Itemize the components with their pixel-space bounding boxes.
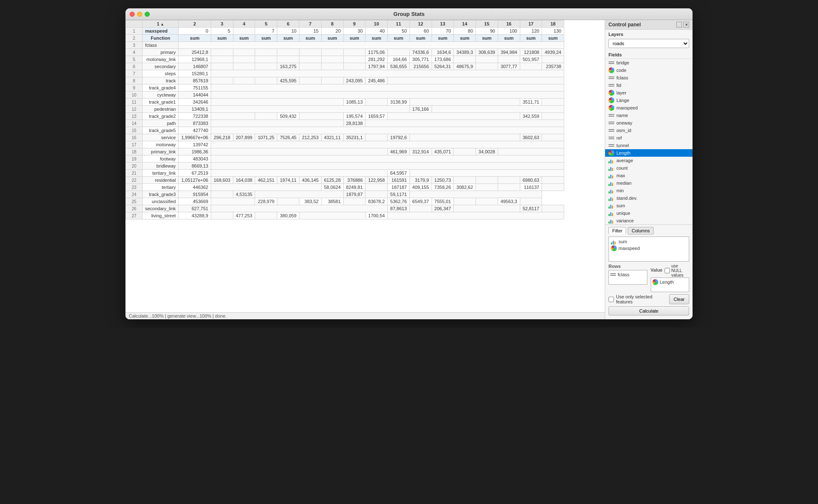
table-row: 19 footway 483043 [126,155,564,163]
rows-item-fclass[interactable]: fclass [610,272,646,277]
cell-empty [454,148,476,155]
cell-value: 1974,11 [277,177,299,184]
cp-header-icons: ⬜ ✕ [676,22,689,28]
field-label: oneway [616,120,632,125]
col-header-13[interactable]: 13 [432,20,454,28]
cell-value: 100 [498,28,520,35]
field-item-sum[interactable]: sum [605,202,693,209]
cell-value: 394,984 [498,49,520,56]
col-header-10[interactable]: 10 [366,20,388,28]
cell-value: 627,751 [179,205,211,212]
col-header-3[interactable]: 3 [211,20,233,28]
use-null-checkbox[interactable] [665,268,670,273]
col-header-2[interactable]: 2 [179,20,211,28]
field-item-max[interactable]: max [605,172,693,179]
row-num: 25 [126,198,143,205]
columns-list[interactable]: sum maxspeed [608,237,689,262]
field-item-code[interactable]: code [605,66,693,74]
filter-tab[interactable]: Filter [608,227,626,234]
col-header-11[interactable]: 11 [388,20,410,28]
field-item-standdev[interactable]: stand.dev. [605,194,693,202]
field-item-laenge[interactable]: Länge [605,97,693,104]
cell-value: 228,979 [255,198,277,205]
close-button[interactable] [130,12,135,17]
field-item-name[interactable]: name [605,112,693,119]
traffic-lights [130,12,150,17]
table-row: 21 tertiary_link 67,2519 64,5957 [126,170,564,177]
table-row: 16 service 1,99667e+06 296,218 207,899 1… [126,134,564,141]
field-item-variance[interactable]: variance [605,217,693,224]
field-item-fid[interactable]: fid [605,81,693,89]
cell-empty [409,191,542,198]
table-scroll[interactable]: 1 2 3 4 5 6 7 8 9 10 11 12 13 [125,20,605,312]
cell-fclass: fclass [143,42,179,49]
col-header-16[interactable]: 16 [498,20,520,28]
col-header-6[interactable]: 6 [277,20,299,28]
row-num: 5 [126,56,143,63]
col-header-1[interactable]: 1 [143,20,179,28]
fields-label: Fields [605,50,693,59]
field-item-length[interactable]: Length [605,149,693,157]
use-selected-checkbox[interactable] [608,297,614,302]
cell-value: 50 [388,28,410,35]
cell-value: 173,686 [432,56,454,63]
field-item-tunnel[interactable]: tunnel [605,142,693,149]
col-header-8[interactable]: 8 [321,20,343,28]
cell-empty [498,184,520,191]
field-item-min[interactable]: min [605,187,693,194]
table-area: 1 2 3 4 5 6 7 8 9 10 11 12 13 [125,20,605,319]
clear-button[interactable]: Clear [669,294,689,304]
col-header-17[interactable]: 17 [520,20,542,28]
layers-dropdown[interactable]: roads [608,39,689,48]
col-header-4[interactable]: 4 [233,20,255,28]
col-header-7[interactable]: 7 [299,20,321,28]
field-item-maxspeed[interactable]: maxspeed [605,104,693,112]
field-item-count[interactable]: count [605,164,693,172]
col-item-sum[interactable]: sum [610,238,688,245]
field-item-layer[interactable]: layer [605,89,693,97]
col-header-9[interactable]: 9 [343,20,366,28]
value-box[interactable]: Length [651,277,690,292]
cell-empty [388,212,564,219]
cell-empty [211,198,255,205]
col-header-12[interactable]: 12 [409,20,432,28]
cell-row-label: residential [143,177,179,184]
cell-value: 59,1171 [388,191,410,198]
field-item-average[interactable]: average [605,157,693,164]
field-item-unique[interactable]: unique [605,209,693,217]
field-item-fclass[interactable]: fclass [605,74,693,81]
cell-empty [388,77,564,84]
col-header-15[interactable]: 15 [476,20,498,28]
col-header-5[interactable]: 5 [255,20,277,28]
cp-close-icon[interactable]: ✕ [683,22,689,28]
cell-value: 195,574 [343,113,366,120]
cell-value: 187187 [388,184,410,191]
col-header-18[interactable]: 18 [542,20,564,28]
cp-restore-icon[interactable]: ⬜ [676,22,682,28]
maximize-button[interactable] [145,12,150,17]
cell-empty [476,63,498,70]
cell-value: 342,559 [520,113,542,120]
columns-tab[interactable]: Columns [628,227,653,234]
cell-function: sum [321,35,343,42]
field-item-osm-id[interactable]: osm_id [605,127,693,134]
cell-function: Function [143,35,179,42]
cell-empty [542,184,564,191]
lines-icon [608,60,614,66]
field-item-median[interactable]: median [605,179,693,187]
cell-value: 1986,36 [179,148,211,155]
field-item-bridge[interactable]: bridge [605,59,693,66]
calculate-button[interactable]: Calculate [608,306,689,316]
field-item-ref[interactable]: ref [605,134,693,142]
col-header-14[interactable]: 14 [454,20,476,28]
col-item-maxspeed[interactable]: maxspeed [610,245,688,252]
minimize-button[interactable] [137,12,142,17]
rows-box[interactable]: fclass [608,270,647,285]
row-num: 3 [126,42,143,49]
value-item-length[interactable]: Length [652,279,688,285]
table-row: 20 bridleway 8669,13 [126,163,564,170]
cell-empty [211,205,387,212]
cell-empty [366,120,564,127]
field-item-oneway[interactable]: oneway [605,119,693,127]
cell-row-label: cycleway [143,92,179,99]
